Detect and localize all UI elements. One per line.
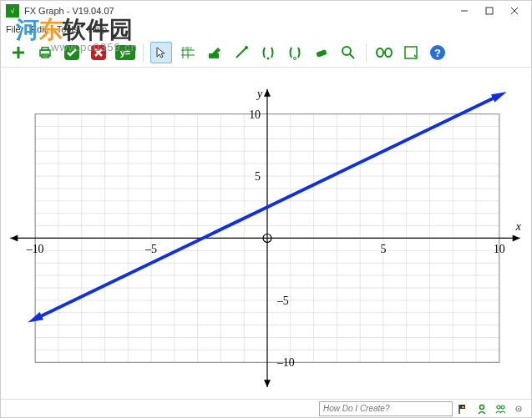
line-tool-button[interactable]: [231, 42, 252, 63]
cursor-button[interactable]: [150, 42, 172, 63]
svg-text:y: y: [256, 88, 263, 100]
svg-text:?: ?: [434, 47, 441, 59]
status-user-icon[interactable]: [474, 401, 489, 416]
svg-text:x: x: [515, 220, 522, 233]
svg-point-26: [342, 47, 351, 55]
new-button[interactable]: [8, 42, 29, 63]
chart-svg: –10–5510–10–5510 xy: [1, 73, 531, 395]
svg-rect-25: [316, 49, 327, 58]
help-button[interactable]: ?: [427, 42, 448, 63]
svg-rect-93: [462, 406, 464, 408]
minimize-button[interactable]: [459, 6, 469, 16]
eraser-button[interactable]: [311, 42, 332, 63]
svg-point-22: [245, 46, 248, 49]
svg-text:–5: –5: [276, 295, 289, 307]
menu-help[interactable]: Help: [88, 24, 107, 34]
titlebar: √ FX Graph - V19.04.07: [1, 1, 531, 21]
svg-point-24: [294, 57, 296, 59]
svg-point-94: [480, 405, 484, 409]
watermark-url: www.pc0359.cn: [51, 41, 138, 53]
svg-text:–10: –10: [26, 243, 44, 255]
bracket-tool-button[interactable]: [284, 42, 306, 63]
paren-tool-button[interactable]: [257, 42, 279, 63]
app-icon: √: [6, 4, 19, 18]
svg-rect-7: [42, 48, 48, 50]
svg-point-98: [518, 408, 519, 410]
svg-point-23: [267, 57, 270, 59]
menu-edit[interactable]: Edit: [31, 24, 47, 34]
svg-point-96: [501, 405, 504, 409]
svg-text:10: 10: [249, 108, 261, 121]
svg-point-95: [497, 405, 500, 409]
svg-text:10: 10: [494, 243, 505, 255]
svg-line-21: [236, 48, 246, 58]
toolbar-separator: [143, 43, 144, 62]
window-title: FX Graph - V19.04.07: [24, 6, 459, 16]
help-search-input[interactable]: [319, 401, 453, 416]
svg-rect-1: [486, 8, 493, 14]
region-button[interactable]: [400, 42, 422, 63]
maximize-button[interactable]: [484, 6, 494, 16]
menu-tools[interactable]: Tools: [57, 24, 79, 34]
menubar: File Edit Tools Help: [1, 21, 531, 38]
zoom-button[interactable]: [337, 42, 359, 63]
status-gear-icon[interactable]: [511, 401, 526, 416]
mask-button[interactable]: [373, 42, 395, 63]
svg-text:5: 5: [380, 243, 386, 255]
status-flag-icon[interactable]: [456, 401, 471, 416]
menu-file[interactable]: File: [6, 24, 21, 34]
status-users-icon[interactable]: [493, 401, 508, 416]
svg-text:–10: –10: [276, 356, 295, 369]
graph-canvas[interactable]: –10–5510–10–5510 xy: [1, 73, 531, 395]
svg-point-29: [385, 48, 392, 57]
svg-line-27: [350, 54, 354, 58]
svg-text:–5: –5: [144, 243, 157, 255]
annotate-button[interactable]: [204, 42, 225, 63]
svg-text:y: y: [190, 45, 192, 50]
svg-point-28: [377, 48, 383, 57]
toolbar-separator: [366, 43, 367, 62]
statusbar: [1, 399, 531, 417]
axes-settings-button[interactable]: xy: [177, 42, 199, 63]
svg-text:5: 5: [255, 170, 261, 183]
svg-text:x: x: [185, 45, 187, 50]
close-button[interactable]: [509, 6, 519, 16]
